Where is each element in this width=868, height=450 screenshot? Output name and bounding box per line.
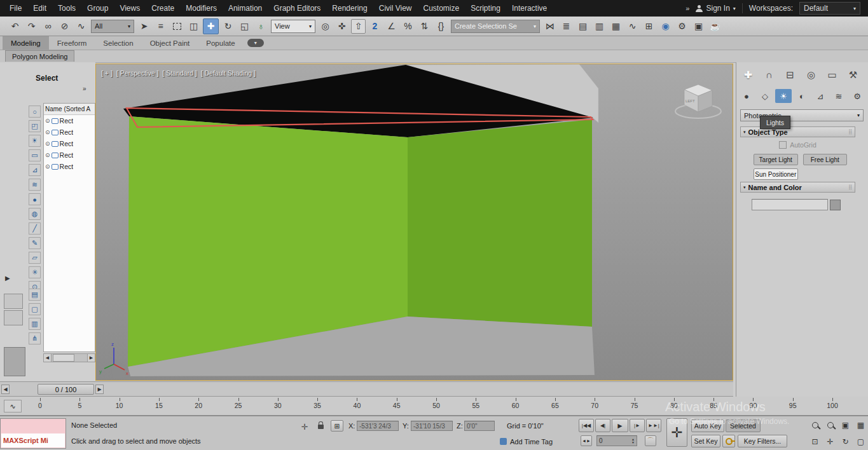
menu-item[interactable]: Create: [146, 0, 180, 17]
visibility-eye-icon[interactable]: ⊙: [45, 129, 50, 135]
sign-in-button[interactable]: Sign In ▾: [696, 4, 735, 13]
cameras-category-icon[interactable]: ◐: [794, 89, 810, 103]
viewport-label-segment[interactable]: [ + ]: [101, 69, 113, 77]
menu-item[interactable]: Modifiers: [180, 0, 223, 17]
reference-coordinate-select[interactable]: View ▾: [271, 20, 315, 33]
selection-filter-select[interactable]: All ▾: [91, 20, 134, 33]
selection-lock-icon[interactable]: [315, 419, 326, 432]
previous-frame-icon[interactable]: ◀|: [595, 419, 610, 432]
scroll-left-button[interactable]: ◀: [43, 353, 52, 362]
selected-dropdown[interactable]: Selected: [726, 419, 761, 432]
object-type-button[interactable]: Free Light: [803, 154, 848, 165]
create-tab[interactable]: ✚: [739, 66, 757, 83]
default-tangents-icon[interactable]: ⌒: [645, 435, 656, 446]
ribbon-tab[interactable]: Modeling: [3, 36, 49, 50]
rollout-header[interactable]: ▾ Object Type ⣿: [740, 126, 855, 137]
rollout-grip-icon[interactable]: ⣿: [848, 129, 852, 135]
angle-snap-icon[interactable]: ∠: [384, 19, 399, 34]
explorer-row[interactable]: ⊙ Rect: [44, 149, 95, 161]
helpers-category-icon[interactable]: ⊿: [812, 89, 829, 103]
rendered-frame-icon[interactable]: ▣: [691, 19, 706, 34]
current-frame-field[interactable]: 0 ▲▼: [596, 435, 637, 446]
filter-geometry-all-icon[interactable]: ●: [29, 193, 41, 205]
select-and-move-icon[interactable]: ✚: [203, 18, 219, 34]
menu-item[interactable]: Graph Editors: [268, 0, 326, 17]
time-slider-track[interactable]: ◀ 0 / 100 ▶: [0, 381, 733, 397]
time-slider-right-arrow[interactable]: ▶: [95, 385, 104, 394]
material-editor-icon[interactable]: ◉: [658, 19, 673, 34]
utilities-tab[interactable]: ⚒: [844, 66, 862, 83]
display-tab[interactable]: ▭: [823, 66, 841, 83]
mirror-icon[interactable]: ⋈: [542, 19, 557, 34]
object-type-button[interactable]: Sun Positioner: [754, 168, 798, 180]
zoom-icon[interactable]: [808, 417, 822, 433]
ribbon-tab[interactable]: Populate: [198, 36, 243, 50]
explorer-list-icon[interactable]: ▤: [29, 289, 41, 301]
keyboard-override-icon[interactable]: ⇧: [351, 19, 366, 34]
rollout-grip-icon[interactable]: ⣿: [848, 184, 852, 190]
scene-explorer-toggle-icon[interactable]: ▤: [575, 19, 590, 34]
z-coordinate-field[interactable]: 0'0": [464, 421, 495, 431]
motion-tab[interactable]: ◎: [802, 66, 820, 83]
filter-containers-icon[interactable]: ▱: [29, 252, 41, 264]
menu-item[interactable]: Tools: [52, 0, 81, 17]
key-mode-toggle-icon[interactable]: ◄►: [581, 435, 592, 446]
viewport-label-segment[interactable]: [ Standard ]: [162, 69, 196, 77]
align-icon[interactable]: ≣: [559, 19, 574, 34]
viewport-canvas[interactable]: LEFT z y x: [96, 64, 733, 380]
scrollbar-track[interactable]: [52, 353, 87, 362]
menu-item[interactable]: Animation: [223, 0, 268, 17]
filter-spacewarps-icon[interactable]: ≋: [29, 179, 41, 191]
rectangular-selection-icon[interactable]: [170, 19, 184, 34]
filter-shapes-icon[interactable]: ◰: [29, 120, 41, 132]
panel-flyout-arrow[interactable]: ▶: [5, 275, 10, 282]
wall-right-mesh[interactable]: [408, 119, 592, 327]
list-column-header[interactable]: Name (Sorted A: [44, 104, 95, 115]
window-crossing-icon[interactable]: ◫: [186, 19, 201, 34]
x-coordinate-field[interactable]: -531'3 24/3: [357, 421, 399, 431]
set-keys-button[interactable]: ✛: [666, 418, 687, 447]
time-slider-left-arrow[interactable]: ◀: [1, 385, 10, 394]
y-coordinate-field[interactable]: -31'10 15/3: [411, 421, 453, 431]
visibility-eye-icon[interactable]: ⊙: [45, 140, 50, 147]
zoom-all-icon[interactable]: [823, 417, 837, 433]
menu-item[interactable]: Civil View: [373, 0, 418, 17]
menu-item[interactable]: Scripting: [465, 0, 506, 17]
select-and-rotate-icon[interactable]: ↻: [221, 19, 235, 34]
select-object-icon[interactable]: ➤: [137, 19, 151, 34]
time-slider-thumb[interactable]: 0 / 100: [38, 384, 94, 395]
zoom-region-icon[interactable]: ⊡: [808, 433, 822, 449]
pan-icon[interactable]: ✛: [823, 433, 837, 449]
filter-materials-icon[interactable]: ◍: [29, 208, 41, 220]
named-selection-sets-icon[interactable]: {}: [434, 19, 448, 34]
workspace-select[interactable]: Default ▾: [799, 2, 860, 15]
auto-key-button[interactable]: Auto Key: [691, 419, 724, 432]
filter-bones-icon[interactable]: ╱: [29, 222, 41, 235]
unlink-selection-icon[interactable]: ⊘: [57, 19, 72, 34]
filter-objects-icon[interactable]: ✎: [29, 237, 41, 249]
schematic-view-icon[interactable]: ⊞: [642, 19, 656, 34]
explorer-row[interactable]: ⊙ Rect: [44, 115, 95, 126]
layer-explorer-toggle-icon[interactable]: ▥: [592, 19, 607, 34]
menu-item[interactable]: Rendering: [326, 0, 373, 17]
select-and-place-icon[interactable]: ♁: [254, 19, 268, 34]
lights-category-icon[interactable]: ☀: [775, 89, 792, 103]
percent-snap-icon[interactable]: %: [401, 19, 415, 34]
ribbon-tab[interactable]: Freeform: [49, 36, 95, 50]
spinner-snap-icon[interactable]: ⇅: [417, 19, 432, 34]
hierarchy-tab[interactable]: ⊟: [781, 66, 799, 83]
object-name-input[interactable]: [752, 199, 828, 210]
viewport-layout-tab[interactable]: [4, 294, 23, 309]
viewport-layout-tab[interactable]: [4, 310, 23, 325]
filter-lights-icon[interactable]: ☀: [29, 135, 41, 147]
undo-icon[interactable]: ↶: [8, 19, 22, 34]
maxscript-label[interactable]: MAXScript Mi: [1, 433, 65, 447]
maximize-viewport-icon[interactable]: ▢: [853, 433, 868, 449]
add-time-tag[interactable]: Add Time Tag: [510, 438, 553, 446]
zoom-extents-icon[interactable]: ▣: [838, 417, 853, 433]
play-icon[interactable]: ►: [612, 419, 628, 432]
filter-particles-icon[interactable]: ✳: [29, 266, 41, 278]
viewcube-face-label[interactable]: LEFT: [685, 99, 695, 103]
visibility-eye-icon[interactable]: ⊙: [45, 152, 50, 158]
render-production-icon[interactable]: ☕: [708, 19, 722, 34]
